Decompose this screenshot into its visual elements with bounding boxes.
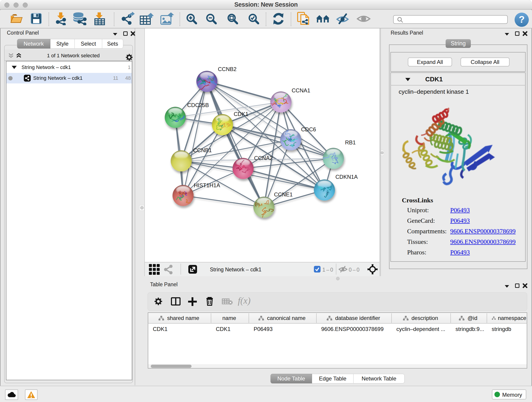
svg-text:CDC6: CDC6 [301,126,316,133]
svg-text:HIST1H1A: HIST1H1A [194,182,220,188]
svg-text:CCNA1: CCNA1 [292,87,310,94]
svg-text:CCNB1: CCNB1 [193,147,212,153]
svg-text:CCNB2: CCNB2 [218,66,236,72]
svg-text:CDK1: CDK1 [234,111,248,117]
svg-text:RB1: RB1 [345,139,356,146]
svg-text:CDKN1A: CDKN1A [336,174,358,180]
svg-text:CCNE1: CCNE1 [274,191,293,198]
svg-text:CCNA2: CCNA2 [254,155,273,161]
svg-text:CDC25B: CDC25B [187,102,209,108]
